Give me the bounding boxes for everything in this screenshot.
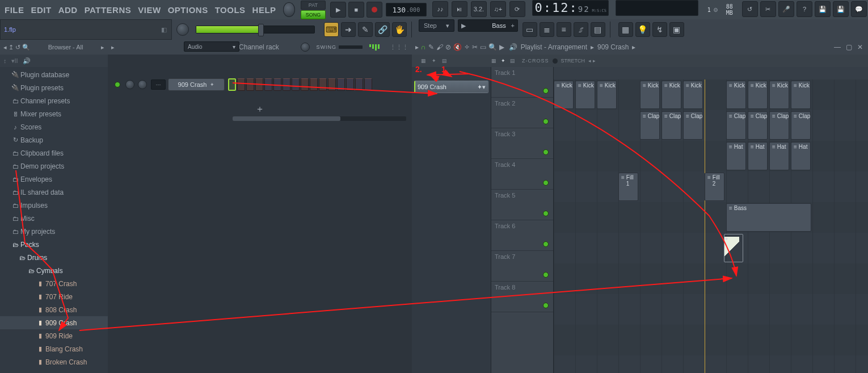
browser-item-scores[interactable]: ♪Scores: [0, 120, 108, 133]
step-edit-button[interactable]: ➜: [341, 22, 356, 37]
track-mute-led[interactable]: [543, 211, 549, 216]
clip-kick[interactable]: Kick: [575, 81, 595, 109]
browser-expand-icon[interactable]: ▸: [101, 44, 104, 51]
browser-back-icon[interactable]: ◂ ↥ ↺ 🔍: [3, 44, 30, 51]
step-cell[interactable]: [255, 78, 263, 91]
tempo-display[interactable]: 130.000: [386, 3, 427, 16]
browser-item-909-ride[interactable]: ▮909 Ride: [0, 329, 108, 342]
clip-kick[interactable]: Kick: [554, 81, 574, 109]
undo-history-button[interactable]: ↺: [742, 1, 758, 17]
mixer-window-button[interactable]: ⎎: [574, 22, 588, 37]
zoom-tool-icon[interactable]: 🔍: [488, 43, 497, 51]
browser-item-envelopes[interactable]: 🗀Envelopes: [0, 173, 108, 186]
step-cell[interactable]: [246, 78, 254, 91]
countdown-button[interactable]: 3.2.: [471, 1, 487, 17]
track-mute-led[interactable]: [543, 303, 549, 308]
tempo-tapper-button[interactable]: 💡: [635, 22, 650, 37]
timeline-automation-icon[interactable]: ▤: [510, 58, 515, 64]
browser-item-707-ride[interactable]: ▮707 Ride: [0, 290, 108, 303]
step-cell[interactable]: [264, 78, 272, 91]
step-cell[interactable]: [301, 78, 309, 91]
clip-audio-crash[interactable]: ▸: [724, 234, 743, 262]
track-header[interactable]: Track 2: [491, 98, 553, 128]
typing-keyboard-button[interactable]: ⌨: [324, 22, 339, 37]
close-icon[interactable]: ✕: [856, 43, 865, 51]
select-tool-icon[interactable]: ▭: [480, 43, 486, 51]
clip-kick[interactable]: Kick: [597, 81, 617, 109]
browser-item-cymbals[interactable]: 🗁Cymbals: [0, 264, 108, 277]
track-header[interactable]: Track 7: [491, 251, 553, 282]
browser-item-backup[interactable]: ↻Backup: [0, 133, 108, 146]
channel-rack-scrollbar[interactable]: [233, 116, 406, 121]
browser-item-misc[interactable]: 🗀Misc: [0, 212, 108, 225]
step-cell[interactable]: [283, 78, 290, 91]
picker-automation-icon[interactable]: ▤: [442, 58, 447, 64]
step-cell[interactable]: [328, 78, 336, 91]
browser-item-plugin-database[interactable]: 🔌Plugin database: [0, 68, 108, 81]
browser-item-my-projects[interactable]: 🗀My projects: [0, 225, 108, 238]
clip-bass[interactable]: Bass: [726, 203, 811, 232]
mute-tool-icon[interactable]: 🔇: [453, 43, 462, 51]
wait-for-input-button[interactable]: ⏯: [452, 1, 467, 17]
channel-filter-dropdown[interactable]: Audio▾: [184, 41, 239, 52]
browser-item-channel-presets[interactable]: 🗀Channel presets: [0, 94, 108, 107]
slice-tool-icon[interactable]: ✂: [472, 43, 478, 51]
menu-edit[interactable]: EDIT: [28, 5, 55, 15]
stretch-label[interactable]: STRETCH: [561, 58, 585, 64]
step-cell[interactable]: [346, 78, 354, 91]
multilink-button[interactable]: 🖐: [392, 22, 407, 37]
help-button[interactable]: ?: [797, 1, 812, 17]
overdub-button[interactable]: ♫+: [490, 1, 506, 17]
playlist-window-button[interactable]: ▭: [523, 22, 537, 37]
clip-clap[interactable]: Clap: [661, 111, 681, 140]
clip-kick[interactable]: Kick: [769, 81, 789, 109]
channel-vol-knob[interactable]: [138, 80, 147, 89]
picker-clip-preview[interactable]: 909 Crash ✦▾: [414, 81, 488, 93]
track-mute-led[interactable]: [543, 241, 549, 247]
step-cell[interactable]: [355, 78, 363, 91]
channel-mixer-track[interactable]: ---: [151, 79, 166, 90]
browser-item-il-shared-data[interactable]: 🗀IL shared data: [0, 186, 108, 199]
playhead[interactable]: [705, 79, 705, 373]
menu-help[interactable]: HELP: [249, 5, 280, 15]
playlist-menu-icon[interactable]: ▸: [415, 43, 419, 51]
maximize-icon[interactable]: ▢: [844, 43, 853, 51]
track-mute-led[interactable]: [543, 149, 549, 155]
browser-item-707-crash[interactable]: ▮707 Crash: [0, 277, 108, 290]
zcross-led[interactable]: [553, 58, 558, 64]
clip-fill1[interactable]: Fill 1: [618, 173, 638, 201]
channel-mute-led[interactable]: [115, 82, 120, 87]
play-button[interactable]: ▶: [330, 2, 346, 18]
step-cell[interactable]: [310, 78, 318, 91]
minimize-icon[interactable]: —: [833, 43, 842, 51]
step-cell[interactable]: [273, 78, 281, 91]
channel-name-button[interactable]: 909 Crash: [168, 78, 225, 91]
channel-pan-knob[interactable]: [125, 80, 134, 89]
pattern-add-icon[interactable]: +: [508, 22, 517, 29]
step-cell[interactable]: [228, 78, 236, 91]
step-cell[interactable]: [292, 78, 300, 91]
blend-notes-button[interactable]: ✎: [358, 22, 373, 37]
track-area[interactable]: 1234567891011121314 Kick Kick Kick Kick …: [554, 79, 868, 373]
slip-tool-icon[interactable]: ✧: [464, 43, 470, 51]
clip-kick[interactable]: Kick: [661, 81, 681, 109]
browser-item-packs[interactable]: 🗁Packs: [0, 238, 108, 251]
picker-pianoroll-icon[interactable]: ▦: [421, 58, 426, 64]
slider-thumb[interactable]: [258, 24, 264, 36]
track-header[interactable]: Track 3: [491, 128, 553, 159]
feedback-button[interactable]: 💬: [851, 1, 867, 17]
timeline-pianoroll-icon[interactable]: ▦: [491, 58, 496, 64]
menu-view[interactable]: VIEW: [134, 5, 164, 15]
playback-tool-icon[interactable]: ▶: [499, 43, 504, 51]
track-mute-led[interactable]: [543, 180, 549, 186]
clip-kick[interactable]: Kick: [640, 81, 660, 109]
time-display[interactable]: 0:12:92 M:S:CS: [532, 0, 609, 16]
render-button[interactable]: 💾: [833, 1, 849, 17]
clip-fill2[interactable]: Fill 2: [705, 173, 724, 201]
browser-window-button[interactable]: ▤: [591, 22, 605, 37]
browser-item-909-crash[interactable]: ▮909 Crash: [0, 316, 108, 329]
track-header[interactable]: Track 5: [491, 190, 553, 220]
zcross-label[interactable]: Z-CROSS: [522, 58, 549, 64]
browser-sort-icon[interactable]: ▾II: [11, 57, 18, 65]
clip-hat[interactable]: Hat: [748, 142, 768, 170]
